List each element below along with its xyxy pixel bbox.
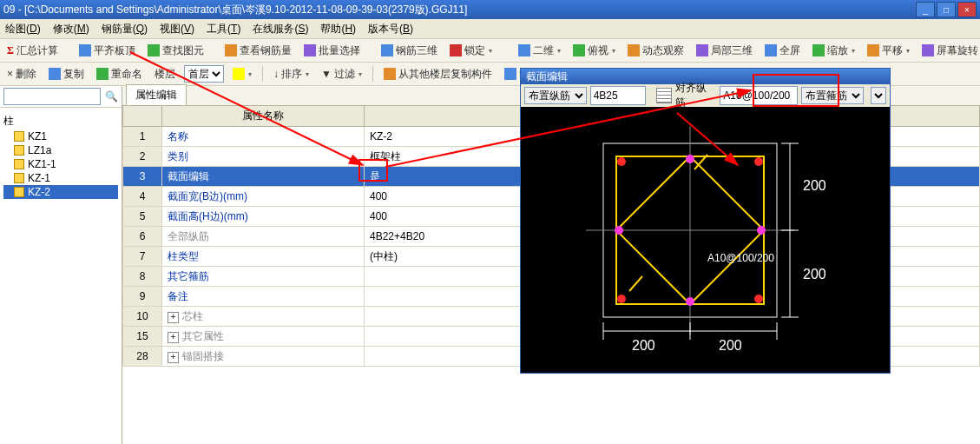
property-name: 名称	[162, 127, 365, 147]
tree-item-kz1[interactable]: KZ1	[3, 129, 118, 143]
svg-point-9	[617, 295, 626, 303]
section-editor-toolbar: 布置纵筋 对齐纵筋 布置箍筋	[521, 84, 890, 107]
label-align-longitudinal: 对齐纵筋	[675, 81, 717, 110]
dd-place-longitudinal[interactable]: 布置纵筋	[524, 87, 587, 104]
tree-item-kz-2[interactable]: KZ-2	[3, 185, 118, 199]
property-name: +其它属性	[162, 327, 365, 347]
row-number: 2	[123, 147, 162, 167]
property-name: 类别	[162, 147, 365, 167]
property-name: 其它箍筋	[162, 267, 365, 287]
search-input[interactable]	[3, 88, 101, 105]
input-stirrup-spec[interactable]	[720, 86, 798, 105]
btn-top-view[interactable]: 俯视▾	[569, 42, 619, 60]
btn-orbit[interactable]: 动态观察	[624, 42, 687, 60]
row-number: 6	[123, 227, 162, 247]
search-icon[interactable]: 🔍	[104, 89, 118, 103]
menu-view[interactable]: 视图(V)	[160, 22, 194, 36]
tree-item-kz1-1[interactable]: KZ1-1	[3, 157, 118, 171]
menu-help[interactable]: 帮助(H)	[320, 22, 356, 36]
btn-color-picker[interactable]: ▾	[229, 66, 255, 82]
expand-icon[interactable]: +	[168, 352, 179, 363]
property-name: 截面高(H边)(mm)	[162, 207, 365, 227]
btn-rebar-3d[interactable]: 钢筋三维	[378, 42, 441, 60]
row-number: 5	[123, 207, 162, 227]
row-number: 7	[123, 247, 162, 267]
row-number: 28	[123, 347, 162, 367]
btn-pan[interactable]: 平移▾	[864, 42, 913, 60]
input-longitudinal-spec[interactable]	[590, 86, 646, 105]
component-tree: 柱 KZ1 LZ1a KZ1-1 KZ-1 KZ-2	[0, 108, 122, 444]
property-name: +芯柱	[162, 307, 365, 327]
btn-align-slab-top[interactable]: 平齐板顶	[76, 42, 139, 60]
grid-icon[interactable]	[656, 88, 672, 103]
left-panel: 🔍 柱 KZ1 LZ1a KZ1-1 KZ-1 KZ-2	[0, 86, 122, 444]
menu-draw[interactable]: 绘图(D)	[5, 22, 41, 36]
cube-icon	[14, 187, 24, 197]
btn-copy[interactable]: 复制	[45, 65, 88, 83]
property-name: 截面宽(B边)(mm)	[162, 187, 365, 207]
btn-sort[interactable]: ↓ 排序▾	[270, 65, 312, 83]
dd-extra[interactable]	[871, 87, 886, 104]
btn-summary-calc[interactable]: Σ汇总计算	[3, 42, 62, 60]
maximize-button[interactable]: □	[937, 2, 956, 17]
floor-select[interactable]: 首层	[184, 65, 224, 83]
menu-tools[interactable]: 工具(T)	[207, 22, 240, 36]
btn-zoom[interactable]: 缩放▾	[809, 42, 858, 60]
svg-point-13	[615, 226, 623, 235]
dim-right-top: 200	[803, 178, 826, 193]
dd-place-stirrup[interactable]: 布置箍筋	[801, 87, 864, 104]
expand-icon[interactable]: +	[168, 312, 179, 323]
toolbar-primary: Σ汇总计算 平齐板顶 查找图元 查看钢筋量 批量选择 钢筋三维 锁定▾ 二维▾ …	[0, 38, 980, 63]
section-canvas[interactable]: 200 200 200 200 A10@100/200	[521, 107, 890, 373]
label-floor: 楼层	[151, 65, 179, 83]
dim-right-bottom: 200	[803, 267, 826, 282]
row-number: 9	[123, 287, 162, 307]
minimize-button[interactable]: _	[916, 2, 935, 17]
property-name: 全部纵筋	[162, 227, 365, 247]
btn-lock[interactable]: 锁定▾	[446, 42, 496, 60]
expand-icon[interactable]: +	[168, 332, 179, 343]
menu-online[interactable]: 在线服务(S)	[253, 22, 308, 36]
property-name: 备注	[162, 287, 365, 307]
btn-view-rebar-qty[interactable]: 查看钢筋量	[221, 42, 295, 60]
btn-rename[interactable]: 重命名	[93, 65, 146, 83]
menu-modify[interactable]: 修改(M)	[53, 22, 89, 36]
dim-bottom-left: 200	[632, 338, 655, 353]
menu-version[interactable]: 版本号(B)	[368, 22, 413, 36]
property-name: 柱类型	[162, 247, 365, 267]
menu-bar: 绘图(D) 修改(M) 钢筋量(Q) 视图(V) 工具(T) 在线服务(S) 帮…	[0, 19, 980, 38]
search-bar: 🔍	[0, 86, 122, 108]
row-number: 3	[123, 167, 162, 187]
close-button[interactable]: ×	[957, 2, 977, 17]
section-editor-panel: 截面编辑 布置纵筋 对齐纵筋 布置箍筋	[520, 68, 891, 374]
row-number: 10	[123, 307, 162, 327]
btn-screen-rotate[interactable]: 屏幕旋转▾	[918, 42, 980, 60]
row-number: 1	[123, 127, 162, 147]
col-header-name: 属性名称	[162, 106, 365, 127]
separator	[372, 66, 373, 82]
cube-icon	[14, 173, 24, 183]
row-number: 4	[123, 187, 162, 207]
tree-item-lz1a[interactable]: LZ1a	[3, 143, 118, 157]
btn-find-element[interactable]: 查找图元	[144, 42, 207, 60]
separator	[262, 66, 263, 82]
dim-bottom-right: 200	[719, 338, 742, 353]
btn-copy-from-floor[interactable]: 从其他楼层复制构件	[380, 65, 496, 83]
btn-delete[interactable]: × 删除	[3, 65, 40, 83]
section-svg: 200 200 200 200 A10@100/200	[521, 107, 890, 373]
window-controls: _ □ ×	[916, 2, 977, 17]
svg-point-10	[754, 295, 763, 303]
svg-point-11	[686, 155, 694, 163]
btn-2d[interactable]: 二维▾	[515, 42, 564, 60]
menu-rebar-qty[interactable]: 钢筋量(Q)	[102, 22, 148, 36]
svg-point-14	[757, 226, 766, 235]
btn-local-3d[interactable]: 局部三维	[693, 42, 756, 60]
tree-item-kz-1[interactable]: KZ-1	[3, 171, 118, 185]
col-header-rownum	[123, 106, 162, 127]
btn-batch-select[interactable]: 批量选择	[300, 42, 364, 60]
tab-property-edit[interactable]: 属性编辑	[126, 84, 187, 105]
tree-root-column[interactable]: 柱	[3, 113, 118, 129]
btn-filter[interactable]: ▼ 过滤▾	[318, 65, 365, 83]
btn-fullscreen[interactable]: 全屏	[761, 42, 804, 60]
stirrup-note: A10@100/200	[707, 252, 774, 264]
